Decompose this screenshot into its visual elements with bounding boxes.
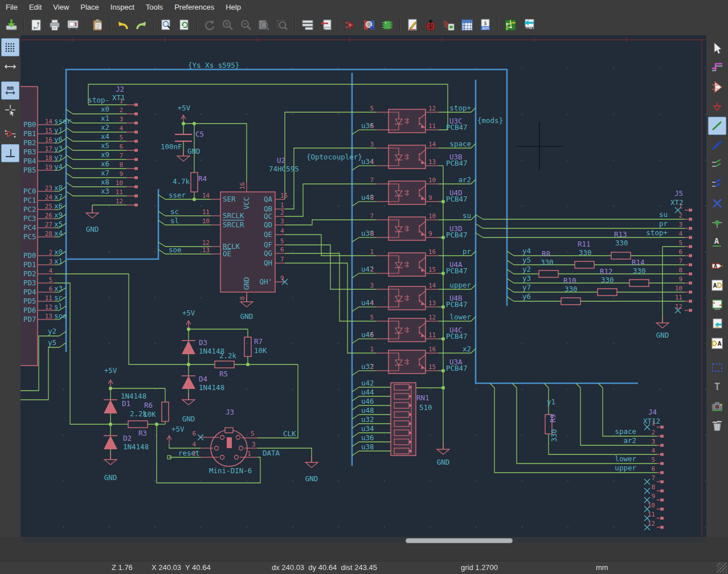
assign-footprints-button[interactable]	[440, 17, 457, 34]
schematic-text: 4	[192, 441, 196, 448]
global-label-button[interactable]: A	[708, 257, 726, 275]
hierarchical-label-button[interactable]: A	[708, 276, 726, 294]
schematic-text: GND	[240, 312, 253, 321]
schematic-text: 5	[370, 105, 374, 112]
menu-item-place[interactable]: Place	[75, 0, 105, 14]
schematic-text: PC4	[23, 223, 36, 232]
redo-icon	[134, 18, 148, 32]
symbol-fields-table-button[interactable]	[459, 17, 476, 34]
leave-sheet-button[interactable]	[317, 17, 334, 34]
menu-item-preferences[interactable]: Preferences	[169, 0, 220, 14]
schematic-text: 12	[675, 303, 682, 310]
footprint-chooser-icon	[381, 18, 394, 32]
schematic-text: sser	[169, 191, 186, 199]
toolbar-separator	[338, 18, 339, 32]
highlight-net-button[interactable]	[708, 59, 726, 77]
zoom-fit-button[interactable]	[256, 17, 273, 34]
place-bus-button[interactable]	[708, 136, 726, 154]
schematic-text: x7	[54, 192, 63, 201]
menu-item-file[interactable]: File	[0, 0, 23, 14]
find-button[interactable]	[158, 17, 175, 34]
plot-button[interactable]	[64, 17, 81, 34]
schematic-canvas[interactable]: 14sserPB015y1PB116y6PB217y3PB318y7PB419y…	[21, 35, 706, 537]
schematic-text: y4	[522, 247, 531, 255]
place-power-button[interactable]	[708, 97, 726, 116]
zoom-in-button[interactable]	[219, 17, 236, 34]
schematic-text: PB2	[23, 138, 36, 147]
place-wire-button[interactable]	[708, 117, 726, 135]
graphic-line-button[interactable]	[708, 358, 726, 376]
place-symbol-button[interactable]	[708, 78, 726, 96]
right-toolbar: AAAAT	[706, 35, 728, 537]
delete-tool-button[interactable]	[708, 416, 726, 434]
print-button[interactable]	[46, 17, 63, 34]
annotate-icon	[406, 18, 419, 32]
no-connect-flag-button[interactable]	[708, 194, 726, 212]
save-button[interactable]	[3, 17, 20, 34]
annotate-button[interactable]	[404, 17, 421, 34]
menu-item-tools[interactable]: Tools	[140, 0, 169, 14]
menu-item-inspect[interactable]: Inspect	[105, 0, 140, 14]
paste-icon	[91, 18, 105, 32]
schematic-text: 7	[370, 177, 374, 184]
schematic-text: u48	[361, 406, 374, 415]
footprint-chooser-button[interactable]	[379, 17, 396, 34]
schematic-text: PCB47	[446, 231, 468, 239]
menu-item-edit[interactable]: Edit	[23, 0, 47, 14]
schematic-text: OE	[223, 249, 231, 258]
schematic-drawing[interactable]: 14sserPB015y1PB116y6PB217y3PB318y7PB419y…	[21, 35, 706, 537]
schematic-text: y7	[522, 283, 531, 292]
refresh-view-button[interactable]	[201, 17, 218, 34]
run-pcbnew-button[interactable]	[502, 17, 519, 34]
select-button[interactable]	[708, 39, 726, 58]
schematic-text: 15	[45, 127, 52, 134]
horizontal-scrollbar[interactable]	[21, 538, 706, 543]
schematic-text: VCC	[242, 196, 251, 210]
cursor-shape-button[interactable]	[1, 101, 19, 119]
graphic-text-button[interactable]: T	[708, 378, 726, 396]
hidden-pins-button[interactable]	[1, 125, 19, 143]
schematic-text: PC5	[23, 232, 36, 241]
run-simulator-button[interactable]	[342, 17, 359, 34]
schematic-text: 2	[370, 363, 374, 371]
schematic-text: C5	[195, 130, 204, 138]
schematic-text: reset	[178, 449, 200, 457]
symbol-library-browser-button[interactable]	[361, 17, 378, 34]
junction-button[interactable]	[708, 214, 726, 232]
schematic-text: 5	[119, 134, 123, 141]
erc-button[interactable]	[422, 17, 439, 34]
schematic-text: QA	[264, 195, 273, 203]
zoom-out-button[interactable]	[238, 17, 255, 34]
page-settings-button[interactable]	[28, 17, 45, 34]
zoom-selection-button[interactable]	[274, 17, 291, 34]
bom-button[interactable]: $BOM	[477, 17, 494, 34]
horizontal-scrollbar-thumb[interactable]	[406, 538, 513, 543]
schematic-text: PCB47	[446, 332, 468, 341]
paste-button[interactable]	[89, 17, 107, 34]
schematic-text: 4	[370, 300, 374, 307]
grid-button[interactable]	[1, 38, 19, 56]
menu-item-view[interactable]: View	[47, 0, 75, 14]
sheet-pin-button[interactable]: A	[708, 334, 726, 352]
find-replace-button[interactable]	[176, 17, 193, 34]
menu-item-help[interactable]: Help	[220, 0, 247, 14]
hierarchical-sheet-button[interactable]	[708, 296, 726, 314]
schematic-text: QH	[264, 259, 272, 267]
schematic-text: 330	[633, 266, 646, 275]
net-label-button[interactable]: A	[708, 233, 726, 251]
schematic-text: y2	[522, 265, 531, 273]
schematic-text: 3	[370, 282, 374, 289]
import-sheet-pin-button[interactable]	[708, 315, 726, 333]
orthogonal-wires-button[interactable]	[1, 144, 19, 162]
back-annotate-button[interactable]: BACK	[520, 17, 537, 34]
find-icon	[159, 18, 173, 32]
svg-text:BACK: BACK	[525, 26, 534, 31]
redo-button[interactable]	[133, 17, 150, 34]
undo-button[interactable]	[114, 17, 132, 34]
hierarchy-navigator-button[interactable]	[299, 17, 316, 34]
units-inch-button[interactable]	[1, 58, 19, 76]
bus-to-bus-entry-button[interactable]	[708, 175, 726, 193]
units-mm-button[interactable]: mm	[1, 81, 19, 100]
wire-to-bus-entry-button[interactable]	[708, 155, 726, 174]
place-image-button[interactable]	[708, 397, 726, 415]
